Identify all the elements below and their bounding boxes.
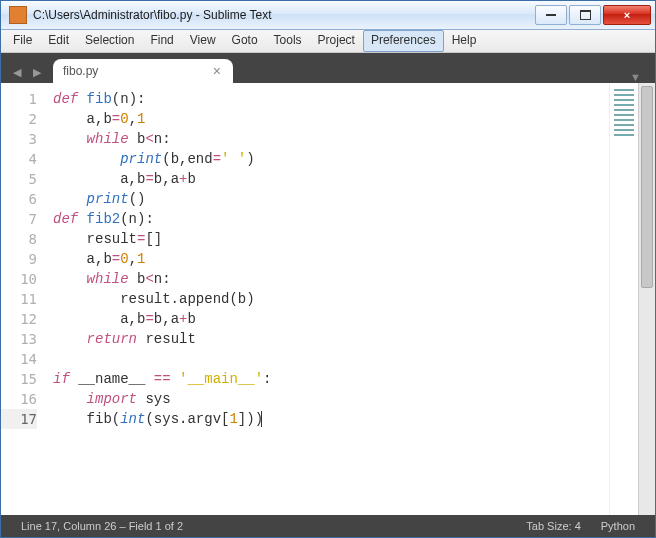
editor[interactable]: 1234567891011121314151617 def fib(n): a,… xyxy=(1,83,655,515)
code-line[interactable]: a,b=b,a+b xyxy=(53,309,609,329)
line-number: 11 xyxy=(1,289,37,309)
vertical-scrollbar[interactable] xyxy=(638,83,655,515)
code-line[interactable]: return result xyxy=(53,329,609,349)
tab-fibo[interactable]: fibo.py × xyxy=(53,59,233,83)
menu-edit[interactable]: Edit xyxy=(40,30,77,52)
menu-help[interactable]: Help xyxy=(444,30,485,52)
line-number: 13 xyxy=(1,329,37,349)
menu-selection[interactable]: Selection xyxy=(77,30,142,52)
code-line[interactable]: a,b=0,1 xyxy=(53,249,609,269)
line-number: 17 xyxy=(1,409,37,429)
line-number: 9 xyxy=(1,249,37,269)
code-line[interactable]: while b<n: xyxy=(53,269,609,289)
line-number: 16 xyxy=(1,389,37,409)
line-number: 10 xyxy=(1,269,37,289)
code-line[interactable]: def fib2(n): xyxy=(53,209,609,229)
code-line[interactable]: result.append(b) xyxy=(53,289,609,309)
menu-file[interactable]: File xyxy=(5,30,40,52)
statusbar: Line 17, Column 26 – Field 1 of 2 Tab Si… xyxy=(1,515,655,537)
menubar[interactable]: FileEditSelectionFindViewGotoToolsProjec… xyxy=(1,30,655,53)
code-line[interactable]: a,b=0,1 xyxy=(53,109,609,129)
minimize-button[interactable] xyxy=(535,5,567,25)
code-line[interactable]: while b<n: xyxy=(53,129,609,149)
menu-view[interactable]: View xyxy=(182,30,224,52)
line-number: 8 xyxy=(1,229,37,249)
code-line[interactable]: fib(int(sys.argv[1])) xyxy=(53,409,609,429)
app-icon xyxy=(9,6,27,24)
code-line[interactable]: a,b=b,a+b xyxy=(53,169,609,189)
line-number: 5 xyxy=(1,169,37,189)
status-tabsize[interactable]: Tab Size: 4 xyxy=(516,520,590,532)
menu-preferences[interactable]: Preferences xyxy=(363,30,444,52)
menu-find[interactable]: Find xyxy=(142,30,181,52)
line-number: 1 xyxy=(1,89,37,109)
maximize-button[interactable] xyxy=(569,5,601,25)
line-number: 15 xyxy=(1,369,37,389)
line-number: 14 xyxy=(1,349,37,369)
line-number: 12 xyxy=(1,309,37,329)
tab-next-icon[interactable]: ▶ xyxy=(27,61,47,83)
tabbar[interactable]: ◀ ▶ fibo.py × ▼ xyxy=(1,53,655,83)
tab-prev-icon[interactable]: ◀ xyxy=(7,61,27,83)
menu-tools[interactable]: Tools xyxy=(266,30,310,52)
line-number: 2 xyxy=(1,109,37,129)
code-line[interactable]: import sys xyxy=(53,389,609,409)
code-line[interactable]: print(b,end=' ') xyxy=(53,149,609,169)
status-position[interactable]: Line 17, Column 26 – Field 1 of 2 xyxy=(11,520,193,532)
gutter: 1234567891011121314151617 xyxy=(1,83,45,515)
titlebar[interactable]: C:\Users\Administrator\fibo.py - Sublime… xyxy=(1,1,655,30)
code-line[interactable]: if __name__ == '__main__': xyxy=(53,369,609,389)
status-language[interactable]: Python xyxy=(591,520,645,532)
tab-dropdown-icon[interactable]: ▼ xyxy=(622,71,649,83)
code-line[interactable] xyxy=(53,349,609,369)
line-number: 4 xyxy=(1,149,37,169)
scrollbar-thumb[interactable] xyxy=(641,86,653,288)
line-number: 3 xyxy=(1,129,37,149)
text-caret xyxy=(261,411,262,427)
menu-goto[interactable]: Goto xyxy=(224,30,266,52)
line-number: 6 xyxy=(1,189,37,209)
line-number: 7 xyxy=(1,209,37,229)
close-icon[interactable]: × xyxy=(213,64,221,78)
close-button[interactable]: × xyxy=(603,5,651,25)
code-area[interactable]: def fib(n): a,b=0,1 while b<n: print(b,e… xyxy=(45,83,609,515)
code-line[interactable]: print() xyxy=(53,189,609,209)
tab-label: fibo.py xyxy=(63,64,98,78)
window: C:\Users\Administrator\fibo.py - Sublime… xyxy=(0,0,656,538)
code-line[interactable]: def fib(n): xyxy=(53,89,609,109)
code-line[interactable]: result=[] xyxy=(53,229,609,249)
window-title: C:\Users\Administrator\fibo.py - Sublime… xyxy=(33,8,535,22)
window-buttons: × xyxy=(535,5,651,25)
minimap[interactable] xyxy=(609,83,638,515)
menu-project[interactable]: Project xyxy=(310,30,363,52)
